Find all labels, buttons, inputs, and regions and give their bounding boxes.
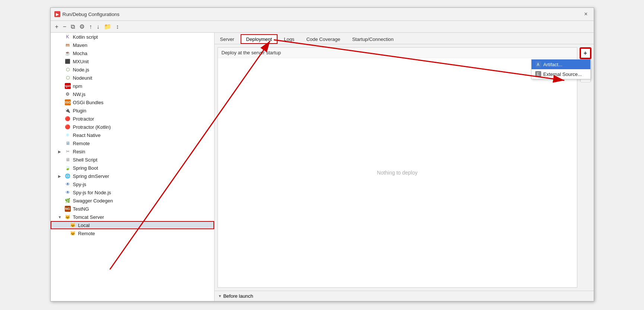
sidebar-item-tomcat-server[interactable]: ▼ 🐱 Tomcat Server (51, 213, 214, 221)
sidebar-item-label: Shell Script (73, 157, 98, 163)
tab-startup-connection[interactable]: Startup/Connection (346, 34, 399, 44)
sidebar-item-protractor-kotlin[interactable]: 🔴 Protractor (Kotlin) (51, 123, 214, 131)
sidebar-item-label: Kotlin script (73, 34, 98, 40)
sidebar-item-resin[interactable]: ▶ ✂ Resin (51, 147, 214, 156)
tab-logs[interactable]: Logs (278, 34, 300, 44)
move-down-button[interactable]: ↓ (95, 23, 101, 31)
sidebar-item-npm[interactable]: npm npm (51, 82, 214, 90)
tomcat-expander[interactable]: ▼ (58, 215, 63, 219)
testng-icon: NG (65, 206, 71, 212)
before-launch-chevron[interactable]: ▼ (218, 294, 222, 298)
sidebar-item-swagger[interactable]: 🌿 Swagger Codegen (51, 196, 214, 205)
sidebar-item-label: Remote (78, 231, 95, 236)
dropdown-item-external-source[interactable]: E External Source... (532, 69, 590, 79)
copy-config-button[interactable]: ⧉ (69, 23, 76, 31)
tomcat-remote-icon: 🐱 (70, 230, 76, 236)
spy-js-nodejs-icon: 👁 (65, 189, 71, 195)
sidebar-item-osgi[interactable]: OSGi OSGi Bundles (51, 98, 214, 106)
sidebar-item-label: Spy-js for Node.js (73, 190, 111, 195)
before-launch: ▼ Before launch (215, 291, 594, 301)
sidebar-item-protractor[interactable]: 🔴 Protractor (51, 115, 214, 123)
spring-dmserver-expander[interactable]: ▶ (58, 174, 63, 178)
close-button[interactable]: × (582, 10, 590, 18)
sidebar-item-spring-dmserver[interactable]: ▶ 🌐 Spring dmServer (51, 172, 214, 180)
right-panel: Server Deployment Logs Code Coverage Sta… (215, 33, 594, 301)
sidebar-item-label: Spring Boot (73, 165, 98, 171)
mxunit-icon: ⬛ (65, 58, 71, 64)
sidebar-item-label: Local (78, 223, 90, 228)
sidebar-item-nwjs[interactable]: ⚙ NW.js (51, 90, 214, 98)
external-source-icon: E (535, 71, 541, 77)
osgi-icon: OSGi (65, 99, 71, 105)
sidebar-item-tomcat-remote[interactable]: 🐱 Remote (51, 229, 214, 237)
tab-deployment[interactable]: Deployment (241, 34, 277, 44)
add-config-button[interactable]: + (54, 23, 60, 31)
remove-config-button[interactable]: − (61, 23, 68, 31)
nwjs-icon: ⚙ (65, 91, 71, 97)
tomcat-local-icon: 🐱 (70, 222, 76, 228)
tab-server[interactable]: Server (215, 34, 240, 44)
tab-code-coverage[interactable]: Code Coverage (301, 34, 346, 44)
sidebar-item-label: Remote (73, 141, 90, 146)
sidebar-item-testng[interactable]: NG TestNG (51, 205, 214, 213)
sidebar-item-label: Spy-js (73, 182, 86, 187)
sidebar-item-label: MXUnit (73, 59, 89, 64)
sidebar-item-react-native[interactable]: ⚛ React Native (51, 131, 214, 139)
nodeunit-icon: ⬡ (65, 75, 71, 81)
sidebar-item-maven[interactable]: m Maven (51, 41, 214, 49)
artifact-label: Artifact... (543, 62, 562, 67)
sidebar-item-tomcat-local[interactable]: 🐱 Local (51, 221, 214, 229)
settings-config-button[interactable]: ⚙ (78, 22, 86, 31)
swagger-icon: 🌿 (65, 198, 71, 204)
sidebar-item-nodejs[interactable]: ⬡ Node.js (51, 65, 214, 74)
resin-icon: ✂ (65, 148, 71, 154)
spy-js-icon: 👁 (65, 181, 71, 187)
sidebar-item-label: Tomcat Server (73, 214, 104, 220)
spring-dmserver-icon: 🌐 (65, 173, 71, 179)
protractor-icon: 🔴 (65, 116, 71, 122)
sidebar-item-label: OSGi Bundles (73, 100, 104, 105)
sort-button[interactable]: ↕ (114, 23, 120, 31)
sidebar-item-label: Protractor (73, 116, 94, 122)
side-actions: + A Artifact... E External Source... (580, 47, 591, 288)
resin-expander[interactable]: ▶ (58, 150, 63, 154)
move-up-button[interactable]: ↑ (88, 23, 93, 31)
run-debug-icon: ▶ (54, 11, 60, 17)
artifact-icon: A (535, 61, 541, 67)
shell-script-icon: 🖥 (65, 157, 71, 163)
sidebar-item-shell-script[interactable]: 🖥 Shell Script (51, 156, 214, 164)
folder-button[interactable]: 📁 (102, 22, 113, 31)
sidebar-item-label: Spring dmServer (73, 173, 110, 179)
spring-boot-icon: 🍃 (65, 165, 71, 171)
add-dropdown-menu: A Artifact... E External Source... (531, 59, 591, 79)
sidebar-item-label: TestNG (73, 206, 89, 212)
sidebar-item-label: npm (73, 83, 82, 89)
nodejs-icon: ⬡ (65, 67, 71, 73)
sidebar-item-label: React Native (73, 132, 101, 138)
sidebar-item-mocha[interactable]: ☕ Mocha (51, 49, 214, 57)
sidebar-item-mxunit[interactable]: ⬛ MXUnit (51, 57, 214, 65)
dialog-titlebar: ▶ Run/Debug Configurations × (51, 8, 594, 21)
kotlin-script-icon: K (65, 34, 71, 40)
add-deployment-button[interactable]: + (580, 48, 591, 58)
sidebar-item-spring-boot[interactable]: 🍃 Spring Boot (51, 164, 214, 172)
dialog-title: Run/Debug Configurations (63, 12, 120, 17)
sidebar: K Kotlin script m Maven ☕ Mocha (51, 33, 215, 301)
dropdown-item-artifact[interactable]: A Artifact... (532, 60, 590, 69)
sidebar-item-remote[interactable]: 🖥 Remote (51, 139, 214, 147)
deployment-header: Deploy at the server startup (218, 48, 577, 58)
dialog-title-left: ▶ Run/Debug Configurations (54, 11, 120, 17)
sidebar-item-kotlin-script[interactable]: K Kotlin script (51, 33, 214, 41)
sidebar-item-nodeunit[interactable]: ⬡ Nodeunit (51, 74, 214, 82)
sidebar-item-plugin[interactable]: 🔌 Plugin (51, 106, 214, 115)
react-native-icon: ⚛ (65, 132, 71, 138)
toolbar: + − ⧉ ⚙ ↑ ↓ 📁 ↕ (51, 21, 594, 33)
protractor-kotlin-icon: 🔴 (65, 124, 71, 130)
sidebar-item-label: Maven (73, 42, 88, 48)
sidebar-item-spy-js-nodejs[interactable]: 👁 Spy-js for Node.js (51, 188, 214, 196)
sidebar-item-label: Protractor (Kotlin) (73, 124, 111, 130)
sidebar-item-label: Mocha (73, 51, 88, 56)
nothing-to-deploy-text: Nothing to deploy (377, 170, 418, 176)
main-content: K Kotlin script m Maven ☕ Mocha (51, 33, 594, 301)
sidebar-item-spy-js[interactable]: 👁 Spy-js (51, 180, 214, 188)
